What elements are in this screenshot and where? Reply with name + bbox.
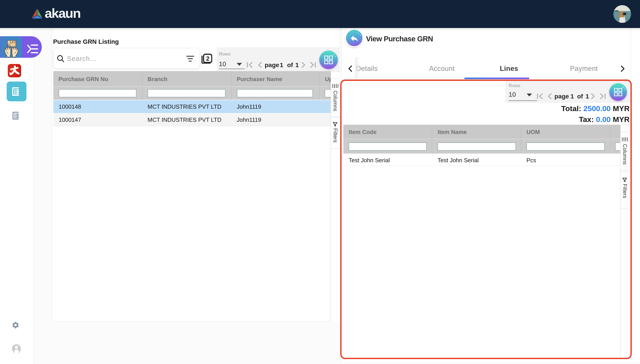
svg-text:2: 2 xyxy=(206,55,209,62)
